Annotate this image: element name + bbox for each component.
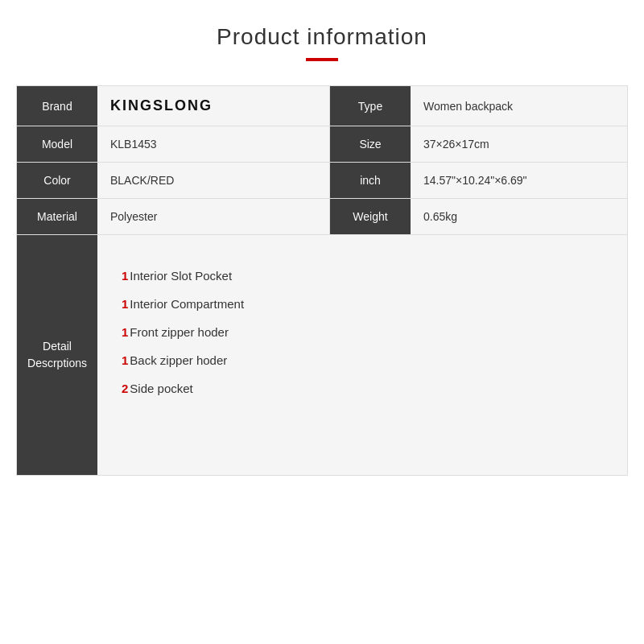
info-row-model: Model KLB1453 Size 37×26×17cm — [16, 126, 628, 163]
info-row-brand: Brand KINGSLONG Type Women backpack — [16, 85, 628, 126]
brand-value: KINGSLONG — [110, 97, 213, 114]
detail-label: DetailDescrptions — [17, 235, 97, 475]
detail-num-1: 1 — [122, 269, 128, 283]
detail-row: DetailDescrptions 1Interior Slot Pocket … — [16, 234, 628, 476]
detail-value-cell: 1Interior Slot Pocket 1Interior Compartm… — [97, 235, 627, 475]
detail-num-2: 1 — [122, 297, 128, 311]
detail-text-5: Side pocket — [130, 382, 192, 395]
inch-value-cell: 14.57"×10.24"×6.69" — [411, 163, 627, 198]
size-value-cell: 37×26×17cm — [411, 126, 627, 162]
type-label: Type — [330, 86, 411, 126]
brand-left: Brand KINGSLONG — [16, 85, 330, 126]
type-value-cell: Women backpack — [411, 86, 627, 126]
detail-item-3: 1Front zipper hoder — [122, 324, 603, 341]
detail-item-2: 1Interior Compartment — [122, 295, 603, 312]
material-value-cell: Polyester — [97, 199, 329, 234]
detail-text-2: Interior Compartment — [130, 297, 244, 311]
detail-num-5: 2 — [122, 382, 128, 395]
detail-text-4: Back zipper hoder — [130, 353, 227, 367]
detail-num-3: 1 — [122, 325, 128, 339]
page-title: Product information — [217, 24, 427, 50]
info-row-color: Color BLACK/RED inch 14.57"×10.24"×6.69" — [16, 162, 628, 199]
brand-value-cell: KINGSLONG — [97, 86, 329, 126]
brand-label: Brand — [17, 86, 97, 126]
weight-right: Weight 0.65kg — [330, 198, 628, 235]
inch-right: inch 14.57"×10.24"×6.69" — [330, 162, 628, 199]
model-left: Model KLB1453 — [16, 126, 330, 163]
detail-text-3: Front zipper hoder — [130, 325, 229, 339]
info-row-material: Material Polyester Weight 0.65kg — [16, 198, 628, 235]
material-left: Material Polyester — [16, 198, 330, 235]
title-accent-bar — [306, 58, 338, 61]
detail-item-4: 1Back zipper hoder — [122, 352, 603, 369]
color-value-cell: BLACK/RED — [97, 163, 329, 198]
model-label: Model — [17, 126, 97, 162]
detail-item-5: 2Side pocket — [122, 380, 603, 397]
detail-num-4: 1 — [122, 353, 128, 367]
color-label: Color — [17, 163, 97, 198]
product-info-table: Brand KINGSLONG Type Women backpack Mode… — [16, 85, 628, 476]
weight-value-cell: 0.65kg — [411, 199, 627, 234]
model-value-cell: KLB1453 — [97, 126, 329, 162]
weight-label: Weight — [330, 199, 411, 234]
inch-label: inch — [330, 163, 411, 198]
detail-item-1: 1Interior Slot Pocket — [122, 267, 603, 284]
size-label: Size — [330, 126, 411, 162]
size-right: Size 37×26×17cm — [330, 126, 628, 163]
type-right: Type Women backpack — [330, 85, 628, 126]
color-left: Color BLACK/RED — [16, 162, 330, 199]
detail-text-1: Interior Slot Pocket — [130, 269, 232, 283]
material-label: Material — [17, 199, 97, 234]
